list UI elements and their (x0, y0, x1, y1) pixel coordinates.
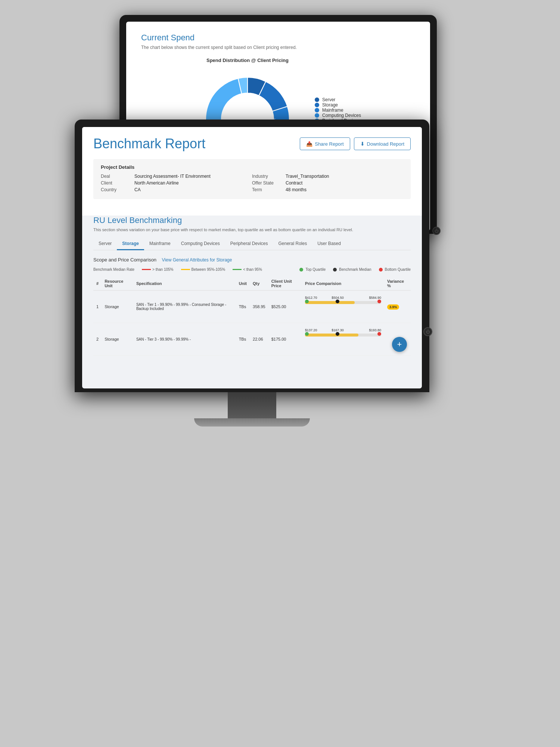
project-details-grid: Deal Sourcing Assessment- IT Environment… (101, 174, 403, 194)
bottom-quartile-pin-icon (379, 268, 383, 272)
legend-item: Mainframe (315, 108, 361, 113)
table-body: 1 Storage SAN - Tier 1 - 99.90% - 99.99%… (93, 291, 411, 356)
power-button-back[interactable]: ⏻ (432, 227, 441, 235)
legend-bottom-quartile: Bottom Quartile (379, 267, 411, 272)
current-spend-subtitle: The chart below shows the current spend … (141, 45, 415, 50)
power-button-front[interactable]: ⏻ (423, 327, 432, 336)
col-unit: Unit (236, 277, 250, 291)
top-q-price-2: $137.20 (305, 328, 317, 332)
legend-dot-icon (315, 103, 319, 107)
median-circle-2 (336, 332, 339, 336)
col-resource-unit: Resource Unit (102, 277, 133, 291)
main-scene: Current Spend The chart below shows the … (75, 15, 485, 743)
legend-item-label: Storage (322, 102, 338, 108)
deal-label: Deal (101, 174, 127, 179)
bottom-q-pin-2 (377, 332, 381, 336)
detail-offer-state: Offer State Contract (252, 180, 403, 186)
table-row: 2 Storage SAN - Tier 3 - 99.90% - 99.99%… (93, 323, 411, 356)
yellow-line-icon (181, 269, 190, 270)
median-price-2: $167.30 (332, 328, 344, 332)
deal-value: Sourcing Assessment- IT Environment (134, 174, 211, 179)
legend-dot-icon (315, 97, 319, 102)
label-server: 7.2% (248, 102, 258, 107)
bottom-q-pin-1 (377, 300, 381, 303)
cell-variance-1: 3.9% (384, 291, 411, 323)
legend-yellow: Between 95%-105% (181, 267, 225, 272)
top-quartile-pin-icon (299, 268, 303, 272)
legend-item-label: Server (322, 97, 335, 102)
median-circle-1 (336, 300, 339, 303)
report-title: Benchmark Report (93, 136, 205, 152)
share-label: Share Report (315, 141, 343, 147)
table-header: # Resource Unit Specification Unit Qty C… (93, 277, 411, 291)
bar-fill-1 (305, 301, 355, 304)
ru-subtitle: This section shows variation on your bas… (93, 227, 411, 232)
download-report-button[interactable]: ⬇ Download Report (354, 137, 411, 150)
legend-benchmark-median: Benchmark Median (333, 267, 371, 272)
download-label: Download Report (367, 141, 404, 147)
bar-fill-2 (305, 334, 358, 337)
legend-item-label: Computing Devices (322, 113, 361, 118)
top-q-price-1: $412.70 (305, 296, 317, 300)
comparison-table: # Resource Unit Specification Unit Qty C… (93, 277, 411, 356)
country-label: Country (101, 187, 127, 192)
legend-green: < than 95% (233, 267, 262, 272)
share-report-button[interactable]: 📤 Share Report (300, 137, 350, 150)
scope-link[interactable]: View General Attributes for Storage (162, 257, 232, 263)
legend-item: Server (315, 97, 361, 102)
benchmark-median-pin-icon (333, 268, 337, 272)
col-num: # (93, 277, 102, 291)
bottom-q-circle-1 (377, 300, 381, 303)
legend-red-label: > than 105% (152, 267, 173, 272)
project-details-left: Deal Sourcing Assessment- IT Environment… (101, 174, 252, 194)
chart-title: Spend Distribution @ Client Pricing (195, 58, 300, 63)
report-actions: 📤 Share Report ⬇ Download Report (300, 137, 411, 150)
tab-mainframe[interactable]: Mainframe (144, 238, 176, 250)
scope-label: Scope and Price Comparison (93, 257, 156, 263)
client-label: Client (101, 180, 127, 186)
cell-price-1: $525.00 (268, 291, 302, 323)
legend-item: Storage (315, 102, 361, 108)
median-pin-2 (336, 332, 339, 336)
cell-price-bar-1: $412.70 $504.50 $584.90 (302, 291, 384, 323)
tab-peripheral-devices[interactable]: Peripheral Devices (225, 238, 273, 250)
green-line-icon (233, 269, 242, 270)
top-q-circle-2 (305, 332, 309, 336)
benchmark-median-rate-label: Benchmark Median Rate (93, 267, 134, 272)
tab-general-roles[interactable]: General Roles (273, 238, 312, 250)
cell-spec-2: SAN - Tier 3 - 99.90% - 99.99% - (133, 323, 236, 356)
fab-add-button[interactable]: + (392, 337, 407, 352)
legend-top-quartile: Top Quartile (299, 267, 326, 272)
bar-track-1 (305, 301, 381, 304)
project-details-section: Project Details Deal Sourcing Assessment… (93, 159, 411, 199)
cell-num-2: 2 (93, 323, 102, 356)
cell-num-1: 1 (93, 291, 102, 323)
cell-qty-2: 22.06 (250, 323, 268, 356)
tab-computing-devices[interactable]: Computing Devices (176, 238, 225, 250)
median-price-1: $504.50 (332, 296, 344, 300)
front-stand-base (194, 418, 310, 427)
top-quartile-label: Top Quartile (305, 267, 326, 272)
current-spend-title: Current Spend (141, 33, 415, 43)
cell-unit-1: TBs (236, 291, 250, 323)
table-header-row: # Resource Unit Specification Unit Qty C… (93, 277, 411, 291)
benchmark-legend: Benchmark Median Rate > than 105% Betwee… (93, 267, 411, 272)
bar-track-2 (305, 334, 381, 337)
price-bar-2: $137.20 $167.30 $193.80 (305, 334, 381, 352)
download-icon: ⬇ (360, 141, 365, 147)
col-price-comparison: Price Comparision (302, 277, 384, 291)
price-bar-1: $412.70 $504.50 $584.90 (305, 301, 381, 320)
cell-qty-1: 358.95 (250, 291, 268, 323)
offer-state-value: Contract (286, 180, 302, 186)
tab-user-based[interactable]: User Based (312, 238, 346, 250)
comparison-table-wrapper: # Resource Unit Specification Unit Qty C… (93, 277, 411, 356)
benchmark-median-label: Benchmark Median (339, 267, 371, 272)
legend-item-label: Mainframe (322, 108, 343, 113)
top-q-pin-2 (305, 332, 309, 336)
red-line-icon (142, 269, 151, 270)
tab-storage[interactable]: Storage (117, 238, 144, 250)
tab-server[interactable]: Server (93, 238, 117, 250)
detail-country: Country CA (101, 187, 252, 192)
tabs-bar: Server Storage Mainframe Computing Devic… (93, 238, 411, 250)
ru-section: RU Level Benchmarking This section shows… (82, 216, 422, 363)
